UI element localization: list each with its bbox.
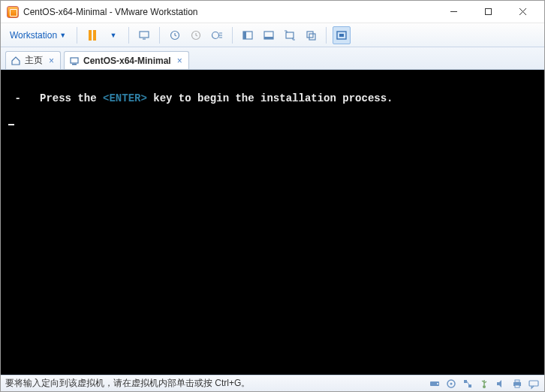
snapshot-button[interactable] — [166, 26, 184, 44]
toolbar-divider — [326, 27, 327, 44]
svg-rect-1 — [485, 9, 491, 15]
vmware-app-icon — [7, 6, 19, 18]
svg-rect-37 — [529, 381, 538, 386]
revert-snapshot-button[interactable] — [187, 26, 205, 44]
clock-icon — [169, 29, 181, 41]
clock-back-icon — [190, 29, 202, 41]
statusbar: 要将输入定向到该虚拟机，请在虚拟机内部单击或按 Ctrl+G。 — [1, 375, 544, 391]
clock-list-icon — [211, 29, 223, 41]
show-hide-thumbnail-button[interactable] — [260, 26, 278, 44]
home-icon — [11, 56, 21, 66]
overlap-windows-icon — [305, 29, 317, 41]
toolbar-divider — [77, 27, 77, 44]
stretch-guest-button[interactable] — [281, 26, 299, 44]
vm-tab-label: CentOS-x64-Minimal — [83, 56, 171, 66]
terminal-enter-key: <ENTER> — [103, 92, 147, 104]
chevron-down-icon: ▼ — [59, 32, 66, 39]
svg-rect-21 — [71, 58, 78, 63]
expand-icon — [284, 29, 296, 41]
terminal-line-suffix: key to begin the installation process. — [147, 92, 393, 104]
vm-icon — [69, 56, 80, 66]
fullscreen-icon — [336, 29, 348, 41]
svg-point-26 — [450, 382, 453, 384]
terminal-cursor — [8, 124, 14, 125]
unity-button[interactable] — [302, 26, 320, 44]
window-title: CentOS-x64-Minimal - VMware Workstation — [23, 7, 436, 17]
minimize-button[interactable] — [436, 2, 471, 23]
svg-rect-15 — [264, 37, 273, 39]
svg-rect-18 — [309, 34, 315, 40]
svg-rect-27 — [464, 380, 467, 383]
svg-rect-36 — [515, 385, 519, 387]
chevron-down-icon: ▼ — [110, 32, 117, 39]
svg-point-8 — [212, 32, 219, 38]
maximize-button[interactable] — [471, 2, 505, 23]
status-message: 要将输入定向到该虚拟机，请在虚拟机内部单击或按 Ctrl+G。 — [5, 377, 424, 390]
bottombar-icon — [263, 29, 275, 41]
monitor-icon — [138, 29, 150, 41]
sound-icon[interactable] — [495, 378, 507, 390]
vm-display[interactable]: - Press the <ENTER> key to begin the ins… — [1, 70, 544, 375]
window-controls — [436, 2, 540, 23]
svg-point-30 — [483, 385, 486, 388]
cd-icon[interactable] — [445, 378, 457, 390]
svg-point-24 — [437, 383, 438, 384]
toolbar-divider — [128, 27, 129, 44]
workstation-menu-label: Workstation — [10, 30, 57, 41]
power-menu-button[interactable]: ▼ — [104, 26, 122, 44]
snapshot-manager-button[interactable] — [208, 26, 226, 44]
message-icon[interactable] — [528, 378, 540, 390]
pause-icon — [89, 30, 96, 41]
show-hide-library-button[interactable] — [239, 26, 257, 44]
svg-rect-22 — [72, 64, 77, 65]
toolbar-divider — [232, 27, 233, 44]
svg-rect-4 — [140, 32, 149, 38]
menubar: Workstation ▼ ▼ — [1, 23, 544, 47]
svg-rect-20 — [339, 34, 344, 37]
send-ctrl-alt-del-button[interactable] — [135, 26, 153, 44]
tab-close-icon[interactable]: × — [47, 56, 54, 66]
workstation-menu[interactable]: Workstation ▼ — [5, 28, 71, 43]
svg-rect-35 — [515, 380, 519, 382]
svg-rect-16 — [286, 32, 294, 38]
terminal-line-prefix: - Press the — [8, 92, 103, 104]
tab-close-icon[interactable]: × — [175, 56, 182, 66]
tabbar: 主页 × CentOS-x64-Minimal × — [1, 47, 544, 70]
vm-tab[interactable]: CentOS-x64-Minimal × — [64, 51, 189, 69]
svg-rect-13 — [243, 32, 246, 39]
network-icon[interactable] — [462, 378, 474, 390]
terminal-output: - Press the <ENTER> key to begin the ins… — [1, 70, 544, 104]
home-tab[interactable]: 主页 × — [5, 51, 61, 69]
sidebar-icon — [242, 29, 254, 41]
home-tab-label: 主页 — [25, 54, 43, 67]
printer-icon[interactable] — [511, 378, 523, 390]
window-titlebar: CentOS-x64-Minimal - VMware Workstation — [1, 1, 544, 23]
usb-icon[interactable] — [478, 378, 490, 390]
toolbar-divider — [159, 27, 160, 44]
hdd-icon[interactable] — [429, 378, 441, 390]
fullscreen-button[interactable] — [333, 26, 351, 44]
pause-vm-button[interactable] — [83, 26, 101, 44]
svg-rect-17 — [307, 32, 313, 38]
close-button[interactable] — [505, 2, 540, 23]
